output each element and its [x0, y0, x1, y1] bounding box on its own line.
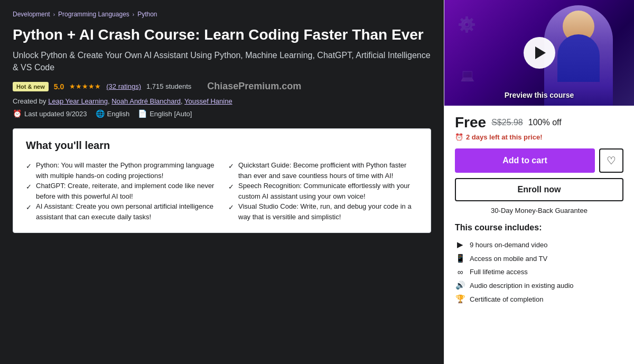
meta-updated: ⏰ Last updated 9/2023 [13, 109, 87, 118]
stars: ★★★★★ [69, 82, 101, 90]
meta-captions: 📄 English [Auto] [138, 109, 192, 118]
enroll-now-button[interactable]: Enroll now [455, 178, 623, 201]
heart-icon: ♡ [607, 154, 616, 167]
check-icon: ✓ [228, 161, 234, 172]
globe-icon: 🌐 [96, 109, 105, 118]
add-to-cart-button[interactable]: Add to cart [455, 148, 595, 173]
video-icon: ▶ [455, 240, 465, 249]
right-sidebar: ⚙️ 🐍 💻 Preview this course Free S$25.98 [444, 0, 634, 364]
includes-title: This course includes: [455, 223, 623, 232]
meta-row: ⏰ Last updated 9/2023 🌐 English 📄 Englis… [13, 109, 431, 118]
course-subtitle: Unlock Python & Create Your Own AI Assis… [13, 50, 431, 73]
alarm-icon: ⏰ [455, 133, 463, 141]
certificate-icon: 🏆 [455, 294, 465, 304]
course-title: Python + AI Crash Course: Learn Coding F… [13, 25, 431, 44]
wishlist-button[interactable]: ♡ [599, 148, 623, 173]
list-item: ✓ Visual Studio Code: Write, run, and de… [228, 201, 418, 222]
mobile-icon: 📱 [455, 254, 465, 263]
clock-icon: ⏰ [13, 109, 22, 118]
list-item: ∞ Full lifetime access [455, 265, 623, 278]
list-item: ✓ Speech Recognition: Communicate effort… [228, 181, 418, 201]
learn-grid: ✓ Python: You will master the Python pro… [26, 160, 418, 222]
breadcrumb: Development › Programming Languages › Py… [13, 11, 431, 18]
breadcrumb-sep-1: › [53, 12, 55, 17]
captions-icon: 📄 [138, 109, 147, 118]
price-original: S$25.98 [491, 118, 523, 127]
list-item: 🔊 Audio description in existing audio [455, 278, 623, 292]
badges-row: Hot & new 5.0 ★★★★★ (32 ratings) 1,715 s… [13, 81, 431, 92]
includes-list: ▶ 9 hours on-demand video 📱 Access on mo… [455, 238, 623, 306]
rating-score: 5.0 [54, 82, 64, 91]
play-button[interactable] [524, 37, 555, 69]
student-count: 1,715 students [146, 82, 191, 90]
play-triangle-icon [535, 46, 546, 59]
list-item: ✓ Python: You will master the Python pro… [26, 160, 216, 181]
list-item: ✓ AI Assistant: Create you own personal … [26, 201, 216, 222]
learn-items-left: ✓ Python: You will master the Python pro… [26, 160, 216, 222]
breadcrumb-development[interactable]: Development [13, 11, 50, 18]
check-icon: ✓ [26, 202, 32, 213]
course-includes: This course includes: ▶ 9 hours on-deman… [455, 223, 623, 306]
list-item: ✓ Quickstart Guide: Become profficient w… [228, 160, 418, 181]
price-free: Free [455, 114, 486, 131]
creator-leap-year[interactable]: Leap Year Learning [48, 97, 108, 105]
hot-new-badge: Hot & new [13, 82, 49, 91]
list-item: 🏆 Certificate of completion [455, 292, 623, 306]
watermark: ChiasePremium.com [207, 81, 301, 92]
price-discount: 100% off [528, 118, 562, 127]
learn-items-right: ✓ Quickstart Guide: Become profficient w… [228, 160, 418, 222]
list-item: 📱 Access on mobile and TV [455, 251, 623, 265]
breadcrumb-sep-2: › [133, 12, 134, 17]
urgency-banner: ⏰ 2 days left at this price! [455, 133, 623, 141]
preview-label: Preview this course [505, 91, 574, 99]
price-row: Free S$25.98 100% off [455, 114, 623, 131]
learn-section: What you'll learn ✓ Python: You will mas… [13, 128, 431, 233]
guarantee-text: 30-Day Money-Back Guarantee [455, 207, 623, 214]
check-icon: ✓ [26, 182, 32, 192]
list-item: ✓ ChatGPT: Create, reiterate, and implem… [26, 181, 216, 201]
course-preview[interactable]: ⚙️ 🐍 💻 Preview this course [444, 0, 634, 106]
check-icon: ✓ [228, 182, 234, 192]
check-icon: ✓ [228, 202, 234, 213]
breadcrumb-programming-languages[interactable]: Programming Languages [58, 11, 129, 18]
check-icon: ✓ [26, 161, 32, 172]
created-by: Created by Leap Year Learning, Noah Andr… [13, 97, 431, 105]
learn-title: What you'll learn [26, 139, 418, 152]
rating-count[interactable]: (32 ratings) [106, 82, 141, 90]
audio-icon: 🔊 [455, 281, 465, 290]
creator-noah[interactable]: Noah André Blanchard [111, 97, 181, 105]
infinity-icon: ∞ [455, 267, 465, 276]
breadcrumb-python[interactable]: Python [137, 11, 157, 18]
meta-language: 🌐 English [96, 109, 130, 118]
list-item: ▶ 9 hours on-demand video [455, 238, 623, 251]
pricing-section: Free S$25.98 100% off ⏰ 2 days left at t… [444, 106, 634, 314]
creator-youssef[interactable]: Youssef Hanine [184, 97, 232, 105]
btn-row: Add to cart ♡ [455, 148, 623, 173]
